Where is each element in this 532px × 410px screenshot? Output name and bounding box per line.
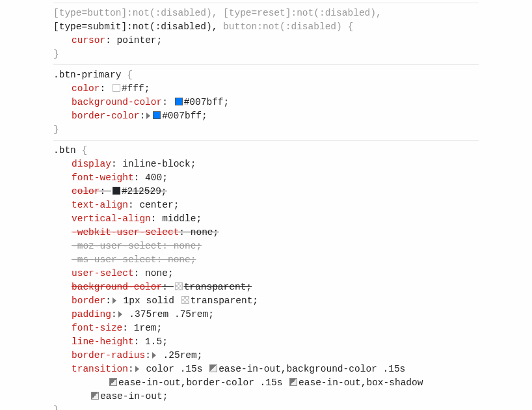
expand-triangle-icon[interactable] <box>135 366 139 372</box>
property-value[interactable]: #fff; <box>122 83 150 94</box>
property-value[interactable]: none; <box>139 268 173 279</box>
color-swatch[interactable] <box>153 111 161 119</box>
color-swatch[interactable] <box>113 84 120 92</box>
property-value[interactable]: ease-in-out; <box>100 391 168 402</box>
property-value[interactable]: pointer; <box>111 35 162 46</box>
declaration[interactable]: background-color: #007bff; <box>72 96 479 109</box>
property-value[interactable] <box>168 97 174 107</box>
property-value[interactable]: ease-in-out,box-shadow <box>299 377 429 388</box>
declaration[interactable]: border-color:#007bff; <box>72 109 479 123</box>
declaration[interactable]: padding: .375rem .75rem; <box>72 308 479 321</box>
color-swatch[interactable] <box>175 98 183 105</box>
property-value[interactable]: inline-block; <box>117 159 196 169</box>
declaration[interactable]: font-weight: 400; <box>72 171 479 185</box>
colon: : <box>105 295 111 306</box>
property-value[interactable]: color .15s <box>140 364 208 374</box>
declaration[interactable]: -ms-user-select: none; <box>72 253 479 267</box>
declaration[interactable]: transition: color .15s ease-in-out,backg… <box>72 362 479 376</box>
declaration[interactable]: color: #fff; <box>72 82 479 96</box>
declaration[interactable]: vertical-align: middle; <box>72 212 479 226</box>
property-value[interactable]: 1rem; <box>128 323 162 333</box>
selector[interactable]: [type=button]:not(:disabled), [type=rese… <box>53 7 479 34</box>
declaration[interactable]: border-radius: .25rem; <box>72 349 479 362</box>
colon: : <box>128 364 134 374</box>
property-value[interactable]: .25rem; <box>157 350 203 361</box>
expand-triangle-icon[interactable] <box>118 311 122 318</box>
property-name[interactable]: display <box>72 159 111 169</box>
property-value[interactable]: center; <box>134 200 180 210</box>
property-value[interactable] <box>105 186 111 197</box>
declaration-continuation: ease-in-out; <box>90 390 479 403</box>
colon: : <box>100 83 106 94</box>
css-rule: .btn-primary {color: #fff;background-col… <box>53 64 479 140</box>
property-name[interactable]: transition <box>72 364 128 374</box>
expand-triangle-icon[interactable] <box>146 113 150 119</box>
declaration[interactable]: -moz-user-select: none; <box>72 239 479 253</box>
colon: : <box>162 97 168 107</box>
close-brace: } <box>53 48 479 61</box>
expand-triangle-icon[interactable] <box>152 352 156 359</box>
property-value[interactable]: #007bff; <box>184 97 230 107</box>
property-name[interactable]: padding <box>72 309 111 320</box>
property-name[interactable]: background-color <box>72 282 162 292</box>
colon: : <box>162 282 168 292</box>
declaration[interactable]: cursor: pointer; <box>72 34 479 48</box>
property-name[interactable]: -webkit-user-select <box>72 227 179 238</box>
property-name[interactable]: line-height <box>72 336 134 347</box>
color-swatch[interactable] <box>113 187 120 195</box>
colon: : <box>100 186 106 197</box>
color-swatch[interactable] <box>91 392 99 400</box>
expand-triangle-icon[interactable] <box>113 297 116 304</box>
declaration[interactable]: color: #212529; <box>72 185 479 198</box>
property-value[interactable]: ease-in-out,border-color .15s <box>118 377 288 388</box>
property-value[interactable]: ease-in-out,background-color .15s <box>219 364 411 374</box>
property-value[interactable]: #007bff; <box>162 111 207 121</box>
color-swatch[interactable] <box>109 378 117 386</box>
property-value[interactable]: 1px solid <box>118 295 180 306</box>
declaration[interactable]: text-align: center; <box>72 198 479 212</box>
color-swatch[interactable] <box>175 282 183 290</box>
css-rule: .btn {display: inline-block;font-weight:… <box>53 140 479 410</box>
colon: : <box>128 200 134 210</box>
property-value[interactable]: transparent; <box>191 295 258 306</box>
declaration[interactable]: font-size: 1rem; <box>72 321 479 335</box>
property-name[interactable]: font-size <box>72 323 122 333</box>
color-swatch[interactable] <box>209 364 217 372</box>
property-name[interactable]: border-radius <box>72 350 145 361</box>
color-swatch[interactable] <box>289 378 297 386</box>
property-name[interactable]: border-color <box>72 111 139 121</box>
selector[interactable]: .btn { <box>53 144 479 157</box>
property-name[interactable]: border <box>72 295 105 306</box>
declaration[interactable]: user-select: none; <box>72 267 479 280</box>
selector[interactable]: .btn-primary { <box>53 68 479 82</box>
declaration[interactable]: border: 1px solid transparent; <box>72 294 479 308</box>
property-name[interactable]: color <box>72 83 100 94</box>
selector-part: button:not(:disabled) { <box>223 21 353 32</box>
property-value[interactable]: 1.5; <box>139 336 168 347</box>
colon: : <box>111 309 117 320</box>
property-value[interactable]: none; <box>185 227 219 238</box>
property-value[interactable] <box>168 282 174 292</box>
colon: : <box>145 350 151 361</box>
property-value[interactable]: 400; <box>139 172 168 183</box>
property-name[interactable]: user-select <box>72 268 134 279</box>
selector-part: .btn-primary <box>53 70 127 80</box>
declaration[interactable]: display: inline-block; <box>72 157 479 171</box>
property-value[interactable]: .375rem .75rem; <box>124 309 214 320</box>
property-name[interactable]: font-weight <box>72 172 134 183</box>
property-name[interactable]: color <box>72 186 100 197</box>
property-value[interactable]: #212529; <box>122 186 167 197</box>
property-name[interactable]: text-align <box>72 200 128 210</box>
color-swatch[interactable] <box>181 296 189 304</box>
property-value[interactable]: middle; <box>157 213 202 224</box>
property-value[interactable] <box>105 83 111 94</box>
declaration[interactable]: line-height: 1.5; <box>72 335 479 349</box>
property-name[interactable]: cursor <box>72 35 105 46</box>
selector-part: .btn <box>53 145 82 156</box>
declaration[interactable]: -webkit-user-select: none; <box>72 226 479 239</box>
declaration[interactable]: background-color: transparent; <box>72 280 479 294</box>
property-value[interactable]: transparent; <box>184 282 252 292</box>
close-brace: } <box>53 403 479 410</box>
property-name[interactable]: vertical-align <box>72 213 151 224</box>
property-name[interactable]: background-color <box>72 97 162 107</box>
